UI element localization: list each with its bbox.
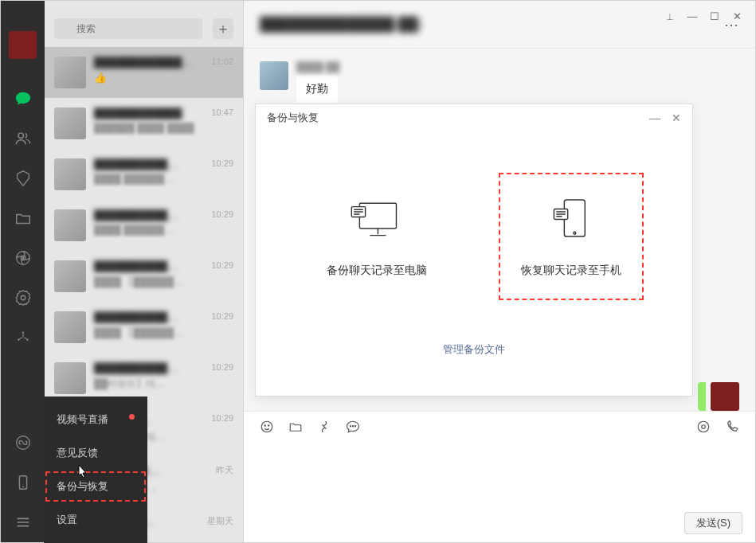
minimize-icon[interactable]: —	[682, 7, 703, 25]
chat-item-time: 10:29	[211, 158, 233, 168]
svg-point-15	[354, 426, 355, 427]
svg-point-0	[18, 133, 23, 138]
chat-item[interactable]: ██████████… ████ ██████… 10:29	[45, 200, 243, 251]
restore-to-phone-option[interactable]: 恢复聊天记录至手机	[505, 179, 637, 294]
chat-item-time: 10:29	[211, 311, 233, 321]
modal-close-icon[interactable]: ✕	[672, 111, 681, 124]
chat-avatar	[54, 209, 86, 241]
chat-item-preview: ██时放价】纯…	[94, 377, 233, 391]
nav-rail	[1, 1, 45, 542]
notification-dot	[129, 414, 135, 420]
send-button[interactable]: 发送(S)	[684, 512, 742, 534]
chat-item[interactable]: ████████████… 👍 11:02	[45, 47, 243, 98]
moments-tab-icon[interactable]	[13, 248, 33, 268]
settings-popup-menu: 视频号直播意见反馈备份与恢复设置	[44, 397, 147, 543]
star-node-icon[interactable]	[13, 327, 33, 348]
svg-point-17	[702, 425, 706, 429]
chat-avatar	[54, 57, 86, 88]
screenshot-icon[interactable]	[317, 420, 331, 434]
chat-avatar	[54, 362, 86, 394]
chat-item-preview: ████ 【██████…	[94, 326, 233, 340]
svg-point-3	[21, 295, 25, 300]
folder-tab-icon[interactable]	[13, 208, 33, 229]
chat-item[interactable]: ████████████ ██████ ████ ████ 10:47	[45, 98, 243, 149]
popup-menu-item[interactable]: 意见反馈	[44, 436, 147, 470]
svg-point-10	[261, 421, 272, 432]
user-avatar[interactable]	[9, 31, 37, 59]
chat-item-time: 10:29	[211, 260, 233, 270]
backup-restore-modal: 备份与恢复 — ✕ 备份聊天记录至电脑 恢复聊天记录至手机	[255, 104, 693, 397]
svg-point-11	[264, 425, 265, 426]
chat-tab-icon[interactable]	[13, 88, 33, 109]
chat-avatar	[54, 107, 86, 139]
chat-item-preview: ████ ██████…	[94, 225, 233, 236]
search-input[interactable]	[54, 18, 202, 39]
backup-option-label: 备份聊天记录至电脑	[327, 264, 427, 278]
voice-call-icon[interactable]	[696, 420, 711, 434]
chat-item-time: 昨天	[216, 464, 233, 476]
add-button[interactable]: ＋	[213, 18, 233, 39]
emoji-icon[interactable]	[260, 420, 274, 434]
chat-item[interactable]: ██████████… ████ ██████… 10:29	[45, 149, 243, 200]
restore-option-label: 恢复聊天记录至手机	[521, 264, 621, 278]
chat-item[interactable]: ██████████… ████ 【██████… 10:29	[45, 251, 243, 302]
chat-item-time: 10:47	[211, 107, 233, 117]
file-icon[interactable]	[288, 420, 303, 434]
chat-item-preview: 👍	[94, 72, 233, 84]
menu-icon[interactable]	[13, 512, 33, 533]
svg-point-16	[698, 421, 709, 432]
chat-item-time: 10:29	[211, 362, 233, 372]
history-icon[interactable]	[346, 420, 360, 434]
settings-gear-icon[interactable]	[13, 287, 33, 308]
mobile-icon[interactable]	[13, 472, 33, 493]
chat-item[interactable]: ██████████… ████ 【██████… 10:29	[45, 302, 243, 353]
chat-item-preview: ████ 【██████…	[94, 275, 233, 289]
chat-avatar	[54, 311, 86, 343]
maximize-icon[interactable]: ☐	[704, 7, 725, 25]
modal-minimize-icon[interactable]: —	[649, 111, 660, 124]
backup-to-pc-option[interactable]: 备份聊天记录至电脑	[311, 179, 443, 294]
svg-point-13	[350, 426, 351, 427]
popup-menu-item[interactable]: 设置	[44, 503, 147, 537]
composer: 发送(S)	[244, 411, 755, 542]
message-row: ████·██ 好勤	[260, 61, 739, 103]
cursor-pointer	[75, 463, 89, 484]
svg-point-4	[22, 331, 23, 333]
video-call-icon[interactable]	[725, 420, 739, 434]
self-avatar[interactable]	[711, 382, 739, 411]
svg-point-21	[574, 232, 576, 234]
chat-item-time: 星期天	[207, 515, 233, 527]
contacts-tab-icon[interactable]	[13, 128, 33, 149]
outgoing-bubble-edge	[698, 382, 706, 411]
discover-tab-icon[interactable]	[13, 168, 33, 189]
miniprogram-icon[interactable]	[13, 432, 33, 453]
chat-item-time: 10:29	[211, 413, 233, 423]
chat-title: ██████████████(██)	[260, 17, 422, 33]
svg-point-14	[352, 426, 353, 427]
chat-item-time: 10:29	[211, 209, 233, 219]
modal-title: 备份与恢复	[267, 111, 319, 125]
popup-menu-item[interactable]: 备份与恢复	[44, 470, 147, 503]
message-avatar[interactable]	[260, 61, 288, 90]
message-sender: ████·██	[296, 61, 339, 72]
chat-item-time: 11:02	[211, 57, 233, 66]
message-bubble: 好勤	[296, 76, 338, 103]
chat-item-preview: ██████ ████ ████	[94, 123, 233, 134]
chat-item-preview: ████ ██████…	[94, 174, 233, 185]
manage-backup-link[interactable]: 管理备份文件	[443, 343, 505, 355]
close-icon[interactable]: ✕	[727, 7, 747, 25]
chat-avatar	[54, 260, 86, 292]
pin-icon[interactable]: ⟂	[660, 7, 680, 25]
popup-menu-item[interactable]: 视频号直播	[44, 403, 147, 436]
chat-avatar	[54, 158, 86, 190]
svg-point-12	[268, 425, 269, 426]
